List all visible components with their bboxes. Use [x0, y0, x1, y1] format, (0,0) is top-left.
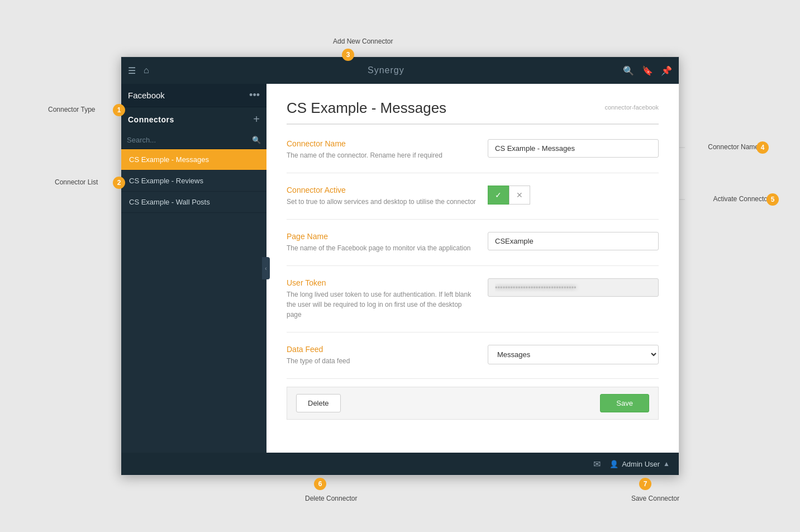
page-name-label-col: Page Name The name of the Facebook page … — [287, 232, 477, 253]
annotation-save-label: Save Connector — [631, 495, 679, 502]
data-feed-input-col: Messages Reviews Wall Posts — [488, 345, 659, 364]
annotation-connector-type-label: Connector Type — [48, 106, 96, 113]
page-name-row: Page Name The name of the Facebook page … — [287, 232, 659, 253]
connector-active-label-col: Connector Active Set to true to allow se… — [287, 186, 477, 207]
data-feed-label: Data Feed — [287, 345, 477, 354]
connector-item-reviews[interactable]: CS Example - Reviews — [121, 170, 266, 192]
annotation-4-badge: 4 — [756, 141, 769, 154]
connector-name-desc: The name of the connector. Rename here i… — [287, 150, 477, 160]
collapse-handle[interactable]: ‹ — [262, 257, 270, 279]
email-icon[interactable]: ✉ — [593, 459, 601, 469]
toggle-inactive-button[interactable]: ✕ — [509, 186, 530, 205]
sidebar-header: Facebook ••• — [121, 84, 266, 107]
annotation-7-badge: 7 — [639, 478, 651, 490]
annotation-6-badge: 6 — [314, 478, 326, 490]
data-feed-label-col: Data Feed The type of data feed — [287, 345, 477, 366]
navbar-right: 🔍 🔖 📌 — [623, 65, 672, 76]
search-icon-small: 🔍 — [252, 136, 261, 144]
main-area: Facebook ••• Connectors + 🔍 CS Example -… — [121, 84, 679, 453]
app-window: ☰ ⌂ Synergy 🔍 🔖 📌 Facebook ••• Connector… — [121, 56, 679, 476]
page-name-desc: The name of the Facebook page to monitor… — [287, 243, 477, 253]
content-panel: CS Example - Messages connector-facebook… — [266, 84, 679, 453]
sidebar: Facebook ••• Connectors + 🔍 CS Example -… — [121, 84, 266, 453]
connector-active-desc: Set to true to allow services and deskto… — [287, 197, 477, 207]
action-bar: Delete Save — [287, 387, 659, 420]
annotation-add-connector-label: Add New Connector — [333, 37, 393, 45]
annotation-3-badge: 3 — [342, 49, 354, 61]
connector-type-name: Facebook — [128, 91, 165, 100]
admin-user-label: Admin User — [622, 460, 660, 468]
page-name-input-col — [488, 232, 659, 250]
connector-item-wall-posts[interactable]: CS Example - Wall Posts — [121, 192, 266, 213]
annotation-2-badge: 2 — [113, 177, 125, 189]
search-input[interactable] — [127, 136, 252, 144]
toggle-group: ✓ ✕ — [488, 186, 659, 205]
user-chevron-icon[interactable]: ▲ — [663, 460, 670, 468]
user-token-desc: The long lived user token to use for aut… — [287, 289, 477, 320]
panel-title-row: CS Example - Messages connector-facebook — [287, 99, 659, 125]
home-icon[interactable]: ⌂ — [144, 65, 149, 75]
connector-name-input[interactable] — [488, 139, 659, 158]
add-connector-icon[interactable]: + — [253, 113, 260, 126]
user-icon: 👤 — [609, 460, 618, 468]
data-feed-row: Data Feed The type of data feed Messages… — [287, 345, 659, 366]
user-token-input-col — [488, 278, 659, 297]
annotation-5-badge: 5 — [766, 193, 779, 206]
connector-item-messages[interactable]: CS Example - Messages — [121, 149, 266, 170]
user-token-row: User Token The long lived user token to … — [287, 278, 659, 320]
save-button[interactable]: Save — [600, 394, 649, 412]
connector-active-input-col: ✓ ✕ — [488, 186, 659, 205]
connector-name-input-col — [488, 139, 659, 158]
panel-title: CS Example - Messages — [287, 99, 446, 117]
panel-type-tag: connector-facebook — [604, 99, 659, 111]
page-name-section: Page Name The name of the Facebook page … — [287, 220, 659, 266]
delete-button[interactable]: Delete — [296, 394, 341, 412]
connector-name-label: Connector Name — [287, 139, 477, 148]
bottom-bar: ✉ 👤 Admin User ▲ — [121, 453, 679, 475]
pin-icon[interactable]: 📌 — [661, 65, 672, 76]
annotation-connector-list-label: Connector List — [55, 178, 98, 186]
connector-name-section: Connector Name The name of the connector… — [287, 127, 659, 173]
user-token-label-col: User Token The long lived user token to … — [287, 278, 477, 320]
connector-name-row: Connector Name The name of the connector… — [287, 139, 659, 160]
connector-active-row: Connector Active Set to true to allow se… — [287, 186, 659, 207]
connectors-header: Connectors + — [121, 107, 266, 131]
search-bar: 🔍 — [121, 131, 266, 149]
annotation-connector-name-label: Connector Name — [708, 143, 759, 151]
connector-name-label-col: Connector Name The name of the connector… — [287, 139, 477, 160]
annotation-activate-label: Activate Connector — [713, 195, 770, 203]
user-info: 👤 Admin User ▲ — [609, 460, 670, 468]
annotation-delete-label: Delete Connector — [305, 495, 357, 502]
user-token-section: User Token The long lived user token to … — [287, 266, 659, 332]
data-feed-desc: The type of data feed — [287, 356, 477, 366]
search-icon[interactable]: 🔍 — [623, 65, 634, 76]
menu-icon[interactable]: ☰ — [128, 65, 136, 76]
toggle-active-button[interactable]: ✓ — [488, 186, 509, 205]
page-name-label: Page Name — [287, 232, 477, 241]
user-token-label: User Token — [287, 278, 477, 287]
data-feed-section: Data Feed The type of data feed Messages… — [287, 332, 659, 379]
sidebar-options-icon[interactable]: ••• — [249, 89, 260, 101]
annotation-1-badge: 1 — [113, 104, 125, 116]
user-token-input[interactable] — [488, 278, 659, 297]
bookmark-icon[interactable]: 🔖 — [642, 65, 653, 76]
connectors-label: Connectors — [128, 115, 174, 124]
connector-active-label: Connector Active — [287, 186, 477, 194]
page-name-input[interactable] — [488, 232, 659, 250]
navbar-left: ☰ ⌂ — [128, 65, 149, 76]
chevron-left-icon: ‹ — [265, 265, 266, 272]
data-feed-select[interactable]: Messages Reviews Wall Posts — [488, 345, 659, 364]
connector-active-section: Connector Active Set to true to allow se… — [287, 173, 659, 220]
app-title: Synergy — [368, 65, 404, 75]
navbar: ☰ ⌂ Synergy 🔍 🔖 📌 — [121, 57, 679, 84]
connector-list: CS Example - Messages CS Example - Revie… — [121, 149, 266, 453]
